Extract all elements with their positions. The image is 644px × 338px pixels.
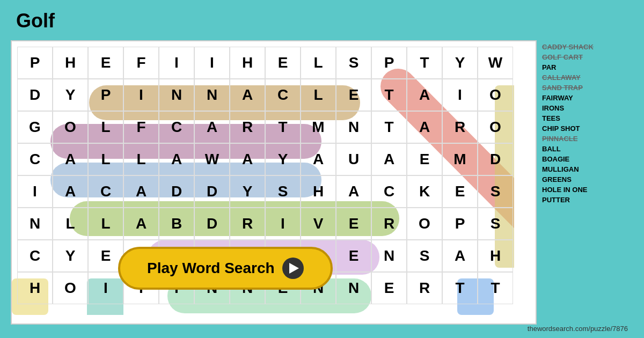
grid-cell: A (53, 175, 88, 208)
grid-cell: O (53, 111, 88, 143)
word-list-item: CADDY SHACK (542, 43, 633, 51)
grid-cell: C (159, 111, 194, 143)
word-list-item: MULLIGAN (542, 165, 633, 173)
grid-cell: O (478, 111, 513, 143)
grid-cell: A (123, 208, 159, 240)
grid-cell: R (371, 208, 407, 240)
word-list-item: PAR (542, 63, 633, 71)
grid-cell: S (265, 175, 301, 208)
grid-cell: S (478, 208, 513, 240)
grid-cell: A (53, 143, 88, 175)
grid-cell: B (159, 208, 194, 240)
grid-cell: E (336, 240, 371, 272)
grid-cell: R (407, 272, 442, 304)
word-list-item: TEES (542, 114, 633, 122)
grid-cell: I (194, 47, 230, 79)
word-list-item: CALLAWAY (542, 74, 633, 82)
grid-cell: E (336, 79, 371, 111)
grid-cell: S (336, 47, 371, 79)
grid-cell: O (478, 79, 513, 111)
grid-cell: I (159, 47, 194, 79)
grid-cell: Y (442, 47, 478, 79)
grid-cell: Y (265, 143, 301, 175)
grid-cell: T (407, 47, 442, 79)
grid-cell: A (336, 175, 371, 208)
grid-cell: N (194, 79, 230, 111)
grid-cell: Y (53, 79, 88, 111)
word-list-item: FAIRWAY (542, 94, 633, 102)
grid-cell: L (301, 47, 336, 79)
grid-cell: V (301, 208, 336, 240)
grid-cell: T (371, 111, 407, 143)
grid-cell: T (371, 79, 407, 111)
grid-cell: A (230, 143, 265, 175)
grid-cell: S (407, 240, 442, 272)
grid-cell: L (53, 208, 88, 240)
play-button-container: Play Word Search (118, 247, 333, 290)
grid-cell: L (301, 79, 336, 111)
grid-cell: P (371, 47, 407, 79)
grid-cell: L (123, 143, 159, 175)
word-list-item: PUTTER (542, 196, 633, 204)
grid-cell: E (371, 272, 407, 304)
grid-cell: M (301, 111, 336, 143)
grid-cell: C (371, 175, 407, 208)
grid-cell: H (17, 272, 53, 304)
grid-cell: N (159, 79, 194, 111)
grid-cell: I (442, 79, 478, 111)
grid-cell: H (478, 240, 513, 272)
grid-cell: C (17, 143, 53, 175)
grid-cell: L (88, 208, 123, 240)
grid-cell: L (88, 111, 123, 143)
grid-cell: P (17, 47, 53, 79)
grid-cell: H (230, 47, 265, 79)
play-button-label: Play Word Search (147, 260, 275, 277)
play-word-search-button[interactable]: Play Word Search (118, 247, 333, 290)
grid-cell: D (159, 175, 194, 208)
grid-cell: D (194, 208, 230, 240)
grid-cell: E (265, 47, 301, 79)
grid-cell: R (230, 111, 265, 143)
grid-cell: D (17, 79, 53, 111)
grid-cell: H (301, 175, 336, 208)
grid-cell: A (123, 175, 159, 208)
grid-cell: C (265, 79, 301, 111)
grid-cell: L (88, 143, 123, 175)
word-list-item: PINNACLE (542, 135, 633, 143)
grid-cell: N (336, 272, 371, 304)
grid-cell: R (442, 111, 478, 143)
grid-cell: U (336, 143, 371, 175)
grid-cell: E (407, 143, 442, 175)
grid-cell: A (442, 240, 478, 272)
grid-cell: A (301, 143, 336, 175)
grid-cell: C (88, 175, 123, 208)
grid-cell: C (17, 240, 53, 272)
grid-cell: T (442, 272, 478, 304)
grid-cell: A (194, 111, 230, 143)
grid-cell: W (478, 47, 513, 79)
word-list-item: GOLF CART (542, 53, 633, 61)
grid-cell: O (53, 272, 88, 304)
word-list-item: BALL (542, 145, 633, 153)
grid-cell: N (336, 111, 371, 143)
grid-cell: F (123, 111, 159, 143)
grid-cell: F (123, 47, 159, 79)
word-list-item: CHIP SHOT (542, 124, 633, 133)
play-icon (282, 258, 304, 279)
grid-cell: A (371, 143, 407, 175)
grid-cell: N (371, 240, 407, 272)
word-list-item: IRONS (542, 104, 633, 112)
grid-cell: Y (230, 175, 265, 208)
grid-cell: H (53, 47, 88, 79)
grid-cell: D (478, 143, 513, 175)
word-list-item: SAND TRAP (542, 84, 633, 92)
word-list-item: HOLE IN ONE (542, 186, 633, 194)
grid-cell: P (442, 208, 478, 240)
grid-cell: I (123, 79, 159, 111)
grid-cell: S (478, 175, 513, 208)
word-list-item: GREENS (542, 175, 633, 183)
grid-cell: G (17, 111, 53, 143)
grid-cell: E (336, 208, 371, 240)
grid-cell: I (265, 208, 301, 240)
url-text: thewordsearch.com/puzzle/7876 (528, 325, 628, 333)
